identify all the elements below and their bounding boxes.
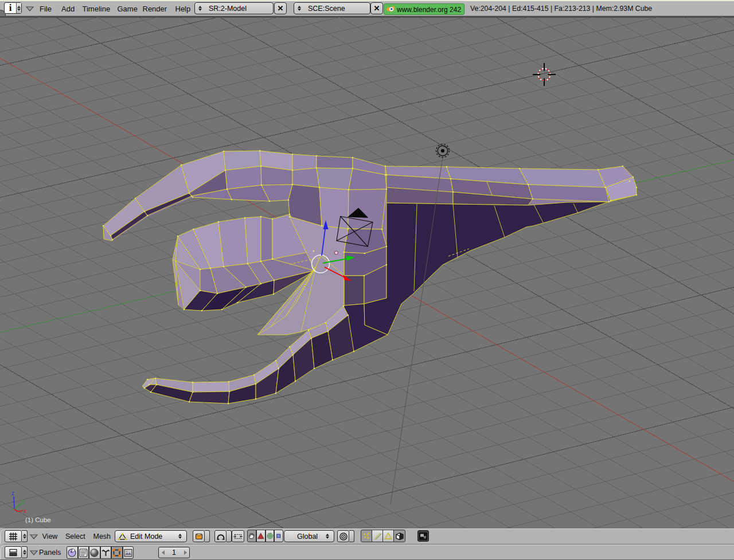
- svg-text:z: z: [11, 490, 14, 496]
- svg-text:x: x: [24, 508, 26, 514]
- svg-text:y: y: [22, 498, 25, 504]
- svg-text:(1) Cube: (1) Cube: [25, 516, 51, 523]
